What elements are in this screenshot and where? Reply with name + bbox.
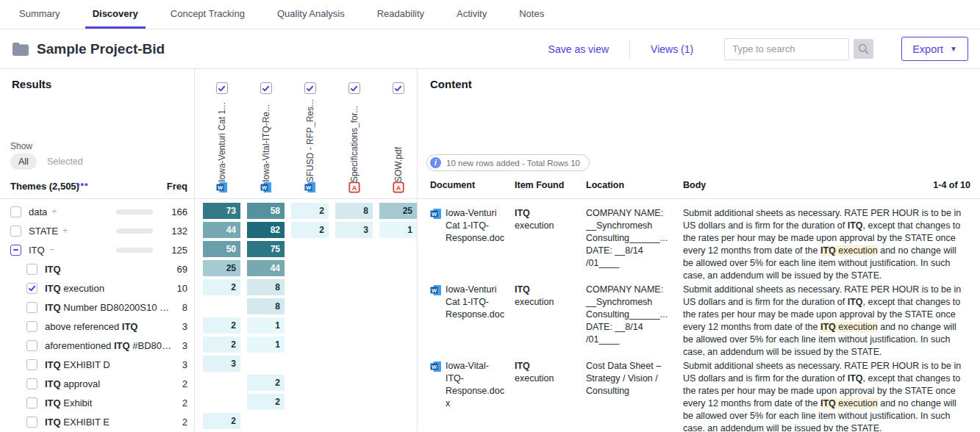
heatmap-grid: 7358282544822315075254428821213222 <box>195 202 417 431</box>
search-input[interactable] <box>724 38 849 60</box>
checkbox-unchecked[interactable] <box>26 321 37 332</box>
freq-value: 2 <box>182 397 187 408</box>
theme-label: ITQ EXHIBIT D <box>45 359 110 370</box>
heatmap-cell[interactable]: 8 <box>247 279 285 295</box>
heatmap-row: 2544 <box>195 259 417 278</box>
tab-concept-tracking[interactable]: Concept Tracking <box>163 0 252 29</box>
expand-icon[interactable]: + <box>51 206 57 217</box>
theme-label: ITQ <box>29 245 45 256</box>
heatmap-cell[interactable]: 1 <box>247 336 285 353</box>
item-found-cell: ITQ execution <box>515 207 560 232</box>
checkbox-checked[interactable] <box>26 283 37 294</box>
content-table-row[interactable]: WIowa-Venturi Cat 1-ITQ-Response.docITQ … <box>418 284 980 360</box>
theme-row: above referenced ITQ3 <box>0 317 194 336</box>
word-file-icon: W <box>247 181 285 193</box>
show-all-toggle[interactable]: All <box>10 154 37 170</box>
tab-quality-analysis[interactable]: Quality Analysis <box>270 0 352 29</box>
checkbox-unchecked[interactable] <box>10 226 21 237</box>
checkbox-unchecked[interactable] <box>26 264 37 275</box>
top-tab-bar: SummaryDiscoveryConcept TrackingQuality … <box>0 0 980 29</box>
tab-discovery[interactable]: Discovery <box>85 0 146 29</box>
heatmap-row: 73582825 <box>195 202 417 221</box>
document-column-checkbox[interactable] <box>260 82 272 94</box>
heatmap-cell[interactable]: 2 <box>203 317 240 334</box>
document-column-checkbox[interactable] <box>393 82 404 94</box>
checkbox-unchecked[interactable] <box>26 340 37 351</box>
heatmap-cell[interactable]: 25 <box>379 203 417 219</box>
freq-value: 2 <box>182 417 187 428</box>
tab-summary[interactable]: Summary <box>12 0 68 29</box>
theme-label: ITQ <box>45 264 61 275</box>
heatmap-row: 21 <box>195 336 417 355</box>
themes-list: data+166STATE+132ITQ−125ITQ69ITQ executi… <box>0 202 194 431</box>
checkbox-unchecked[interactable] <box>26 397 37 408</box>
heatmap-cell[interactable]: 44 <box>203 222 240 238</box>
heatmap-cell[interactable]: 73 <box>203 203 240 219</box>
page-title: Sample Project-Bid <box>37 41 165 57</box>
item-found-cell: ITQ execution <box>515 360 560 385</box>
heatmap-cell[interactable]: 3 <box>203 356 240 372</box>
heatmap-cell[interactable]: 25 <box>203 260 240 276</box>
search-button[interactable] <box>854 39 873 59</box>
heatmap-cell[interactable]: 2 <box>203 279 240 295</box>
checkbox-unchecked[interactable] <box>26 378 37 389</box>
freq-value: 8 <box>182 302 187 313</box>
heatmap-cell[interactable]: 2 <box>203 413 240 429</box>
theme-row: aforementioned ITQ #BD80200...3 <box>0 336 194 355</box>
checkbox-unchecked[interactable] <box>26 359 37 370</box>
location-cell: Cost Data Sheet – Strategy / Vision / Co… <box>586 360 674 397</box>
heatmap-cell[interactable]: 8 <box>247 298 285 314</box>
location-cell: COMPANY NAME: __Synchromesh Consulting__… <box>586 207 674 269</box>
checkbox-unchecked[interactable] <box>26 417 37 428</box>
folder-icon <box>12 42 29 57</box>
freq-value: 3 <box>182 321 187 332</box>
document-cell: WIowa-Vital-ITQ-Response.docx <box>430 360 515 410</box>
heatmap-cell[interactable]: 75 <box>247 241 285 257</box>
document-column-checkbox[interactable] <box>304 82 316 94</box>
heatmap-cell[interactable]: 44 <box>247 260 285 276</box>
themes-menu-icon[interactable]: ••• <box>76 179 89 190</box>
heatmap-cell[interactable]: 50 <box>203 241 240 257</box>
svg-text:A: A <box>396 184 401 192</box>
views-link[interactable]: Views (1) <box>651 43 693 55</box>
collapse-icon[interactable]: − <box>49 245 54 255</box>
item-found-cell: ITQ execution <box>515 284 560 309</box>
heatmap-cell[interactable]: 2 <box>203 336 240 353</box>
show-label: Show <box>10 141 32 151</box>
checkbox-indeterminate[interactable] <box>10 245 21 256</box>
heatmap-cell[interactable]: 58 <box>247 203 285 219</box>
document-column-checkbox[interactable] <box>216 82 228 94</box>
document-column-checkbox[interactable] <box>348 82 360 94</box>
svg-text:W: W <box>432 211 437 217</box>
heatmap-cell[interactable]: 2 <box>291 222 329 238</box>
show-selected-toggle[interactable]: Selected <box>47 156 83 167</box>
heatmap-cell[interactable]: 1 <box>379 222 417 238</box>
rows-added-badge: i 10 new rows added - Total Rows 10 <box>426 154 590 171</box>
location-cell: COMPANY NAME: __Synchromesh Consulting__… <box>586 284 674 345</box>
content-table-row[interactable]: WIowa-Venturi Cat 1-ITQ-Response.docITQ … <box>418 207 980 284</box>
heatmap-cell[interactable]: 2 <box>247 394 285 410</box>
heatmap-cell[interactable]: 2 <box>247 375 285 391</box>
tab-notes[interactable]: Notes <box>512 0 551 29</box>
expand-icon[interactable]: + <box>62 226 68 236</box>
heatmap-cell[interactable]: 2 <box>291 203 329 219</box>
svg-text:A: A <box>351 184 357 192</box>
pdf-file-icon: A <box>335 181 373 193</box>
theme-row: ITQ approval2 <box>0 374 194 393</box>
heatmap-row: 8 <box>195 298 417 317</box>
freq-value: 166 <box>171 206 187 217</box>
heatmap-cell[interactable]: 1 <box>247 317 285 334</box>
content-table-row[interactable]: WIowa-Vital-ITQ-Response.docxITQ executi… <box>418 360 980 431</box>
heatmap-cell[interactable]: 3 <box>335 222 373 238</box>
export-button[interactable]: Export ▼ <box>901 37 968 61</box>
svg-text:W: W <box>432 364 437 370</box>
save-as-view-link[interactable]: Save as view <box>548 43 609 55</box>
search-icon <box>858 43 869 54</box>
document-name: Iowa-Vital-ITQ-Response.docx <box>446 360 506 410</box>
heatmap-cell[interactable]: 8 <box>335 203 373 219</box>
heatmap-cell[interactable]: 82 <box>247 222 285 238</box>
tab-activity[interactable]: Activity <box>449 0 494 29</box>
checkbox-unchecked[interactable] <box>10 206 21 217</box>
checkbox-unchecked[interactable] <box>26 302 37 313</box>
tab-readability[interactable]: Readability <box>370 0 432 29</box>
